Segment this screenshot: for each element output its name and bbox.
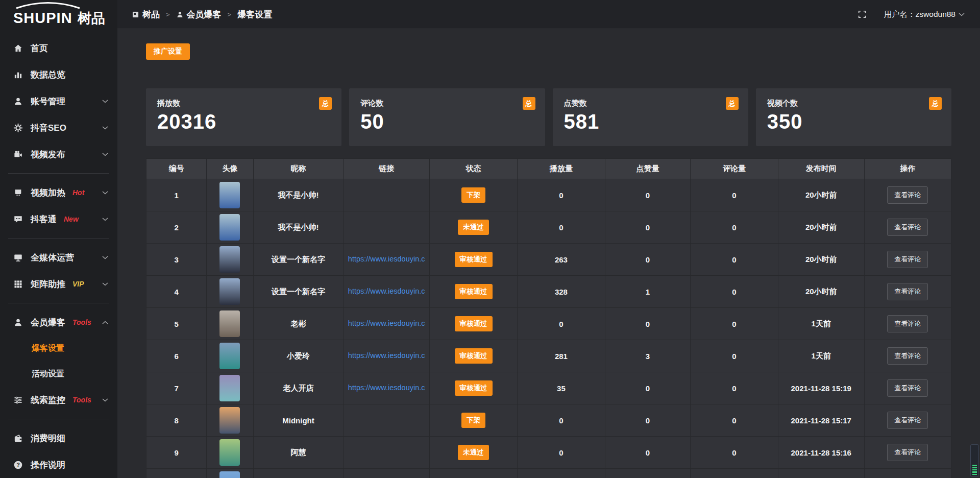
stat-cards: 播放数20316总评论数50总点赞数581总视频个数350总 <box>146 88 951 146</box>
view-comments-button[interactable]: 查看评论 <box>887 412 928 429</box>
column-header: 播放量 <box>517 159 605 179</box>
sidebar-item[interactable]: 线索监控Tools <box>0 387 117 413</box>
view-comments-button[interactable]: 查看评论 <box>887 444 928 461</box>
avatar <box>219 214 240 241</box>
video-link[interactable]: https://www.iesdouyin.c <box>348 255 425 263</box>
video-link[interactable]: https://www.iesdouyin.c <box>348 287 425 295</box>
sidebar-item[interactable]: 会员爆客Tools <box>0 309 117 336</box>
cell-id: 6 <box>146 340 207 372</box>
video-link[interactable]: https://www.iesdouyin.c <box>348 384 425 392</box>
view-comments-button[interactable]: 查看评论 <box>887 379 928 397</box>
status-badge[interactable]: 审核通过 <box>455 284 493 299</box>
sidebar-subitem[interactable]: 活动设置 <box>0 361 117 387</box>
view-comments-button[interactable]: 查看评论 <box>887 219 928 236</box>
avatar <box>219 471 240 478</box>
table-row: 1我不是小帅!下架00020小时前查看评论 <box>146 179 951 211</box>
cell-time: 1天前 <box>778 308 864 340</box>
cell-time <box>778 469 864 478</box>
sidebar-item[interactable]: 首页 <box>0 35 117 61</box>
breadcrumb-item[interactable]: 爆客设置 <box>237 9 272 20</box>
stat-card: 播放数20316总 <box>146 88 341 146</box>
stat-card: 点赞数581总 <box>553 88 748 146</box>
cell-nickname: 小爱玲 <box>253 340 344 372</box>
status-badge[interactable]: 未通过 <box>458 220 489 235</box>
stat-label: 点赞数 <box>564 99 737 108</box>
table-row: 4设置一个新名字https://www.iesdouyin.c审核通过32810… <box>146 276 951 308</box>
gear-icon <box>13 123 23 133</box>
sidebar-item[interactable]: 账号管理 <box>0 88 117 114</box>
view-comments-button[interactable]: 查看评论 <box>887 283 928 300</box>
logo-text-cjk: 树品 <box>78 11 105 26</box>
cell-time: 20小时前 <box>778 179 864 211</box>
breadcrumb-separator: > <box>228 11 232 18</box>
sidebar-item[interactable]: 抖音SEO <box>0 114 117 141</box>
status-badge[interactable]: 下架 <box>461 413 485 428</box>
table-row: 2我不是小帅!未通过00020小时前查看评论 <box>146 211 951 244</box>
video-link[interactable]: https://www.iesdouyin.c <box>348 319 425 327</box>
cell-time: 20小时前 <box>778 244 864 276</box>
cell-likes: 0 <box>605 437 690 469</box>
user-label: 用户名： <box>884 9 916 20</box>
cell-id: 7 <box>146 372 207 404</box>
sidebar-item[interactable]: 全媒体运营 <box>0 244 117 271</box>
sidebar-item-badge: New <box>64 215 79 223</box>
view-comments-button[interactable]: 查看评论 <box>887 315 928 332</box>
video-link[interactable]: https://www.iesdouyin.c <box>348 351 425 360</box>
fullscreen-icon[interactable] <box>857 10 867 19</box>
cell-nickname: 我不是小帅! <box>253 179 344 211</box>
heat-icon <box>13 188 23 198</box>
cell-id <box>146 469 207 478</box>
sidebar-item[interactable]: 矩阵助推VIP <box>0 271 117 297</box>
sidebar-item[interactable]: 抖客通New <box>0 206 117 232</box>
breadcrumb-item[interactable]: 会员爆客 <box>176 9 222 20</box>
status-badge[interactable]: 审核通过 <box>455 348 493 364</box>
stat-value: 350 <box>767 110 940 133</box>
chart-icon <box>13 70 23 80</box>
breadcrumb-separator: > <box>166 11 170 18</box>
breadcrumb-item[interactable]: 树品 <box>132 9 160 20</box>
cell-likes: 0 <box>605 179 690 211</box>
sidebar-subitem[interactable]: 爆客设置 <box>0 336 117 361</box>
member-icon <box>13 318 23 327</box>
chevron-up-icon <box>102 320 108 324</box>
table-row: 3设置一个新名字https://www.iesdouyin.c审核通过26300… <box>146 244 951 276</box>
cell-id: 4 <box>146 276 207 308</box>
videos-table: 编号头像昵称链接状态播放量点赞量评论量发布时间操作 1我不是小帅!下架00020… <box>146 158 951 478</box>
sidebar-item[interactable]: 消费明细 <box>0 425 117 451</box>
sidebar-item[interactable]: 数据总览 <box>0 61 117 88</box>
view-comments-button[interactable]: 查看评论 <box>887 347 928 365</box>
status-badge[interactable]: 审核通过 <box>455 252 493 267</box>
sidebar-item[interactable]: ?操作说明 <box>0 451 117 478</box>
promo-settings-button[interactable]: 推广设置 <box>146 43 190 60</box>
sidebar-item-label: 操作说明 <box>31 459 65 471</box>
table-row: 7老人开店https://www.iesdouyin.c审核通过35002021… <box>146 372 951 404</box>
cell-comments: 0 <box>691 437 778 469</box>
chevron-down-icon <box>102 398 108 402</box>
cell-nickname <box>253 469 344 478</box>
cell-id: 2 <box>146 211 207 244</box>
chevron-down-icon <box>102 217 108 221</box>
chevron-down-icon <box>102 190 108 195</box>
overlay-scroll-widget[interactable] <box>970 444 979 477</box>
status-badge[interactable]: 未通过 <box>458 445 489 460</box>
sidebar: SHUPIN 树品 首页数据总览账号管理抖音SEO视频发布视频加热Hot抖客通N… <box>0 0 117 478</box>
cell-nickname: 我不是小帅! <box>253 211 344 244</box>
sidebar-item[interactable]: 视频发布 <box>0 141 117 168</box>
avatar <box>219 278 240 305</box>
chevron-down-icon <box>102 152 108 156</box>
sidebar-item[interactable]: 视频加热Hot <box>0 179 117 206</box>
main-area: 树品>会员爆客>爆客设置 用户名： zswodun88 推广设置 播放数2031… <box>117 0 980 478</box>
table-row <box>146 469 951 478</box>
sidebar-item-label: 抖音SEO <box>31 122 66 134</box>
logo-text: SHUPIN <box>13 10 72 26</box>
view-comments-button[interactable]: 查看评论 <box>887 251 928 268</box>
view-comments-button[interactable]: 查看评论 <box>887 186 928 204</box>
sidebar-item-badge: VIP <box>72 280 84 288</box>
status-badge[interactable]: 审核通过 <box>455 380 493 396</box>
table-row: 6小爱玲https://www.iesdouyin.c审核通过281301天前查… <box>146 340 951 372</box>
user-menu[interactable]: 用户名： zswodun88 <box>884 9 965 20</box>
app-logo[interactable]: SHUPIN 树品 <box>0 0 117 28</box>
status-badge[interactable]: 审核通过 <box>455 316 493 331</box>
status-badge[interactable]: 下架 <box>461 187 485 203</box>
topbar: 树品>会员爆客>爆客设置 用户名： zswodun88 <box>117 0 980 29</box>
